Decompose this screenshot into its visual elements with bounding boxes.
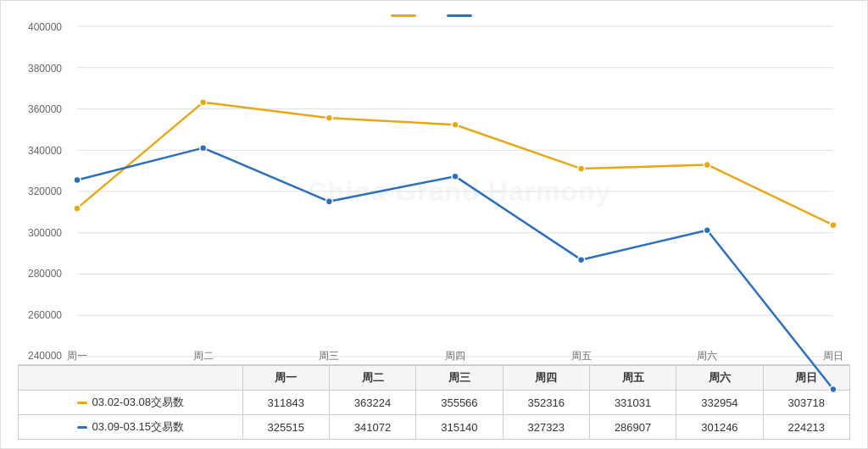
y-axis-label: 320000 [28,186,62,197]
svg-point-9 [74,205,81,212]
table-cell-series1: 352316 [503,391,589,415]
table-header-cell: 周日 [763,366,849,391]
table-header-cell: 周四 [503,366,589,391]
legend-item-series2 [447,14,477,17]
svg-point-17 [200,145,207,152]
table-label-series1-text: 03.02-03.08交易数 [92,395,184,410]
svg-point-14 [704,161,710,168]
table-label-series2-text: 03.09-03.15交易数 [92,419,184,435]
svg-point-11 [326,114,332,121]
svg-text:周四: 周四 [445,350,465,362]
table-label-series2: 03.09-03.15交易数 [19,415,243,440]
svg-point-20 [578,257,585,263]
data-table: 周一周二周三周四周五周六周日 03.02-03.08交易数31184336322… [18,365,850,440]
y-axis-label: 260000 [28,310,62,320]
svg-text:周一: 周一 [67,350,87,362]
table-header-cell: 周三 [416,366,503,391]
main-container: 4000003800003600003400003200003000002800… [0,0,868,449]
table-cell-series1: 331031 [589,391,676,415]
table-header-cell: 周一 [242,366,329,391]
y-axis-label: 300000 [28,228,62,238]
table-cell-series2: 301246 [676,415,763,440]
chart-area: 4000003800003600003400003200003000002800… [18,22,850,361]
y-axis-label: 360000 [28,104,62,114]
svg-text:周三: 周三 [319,350,339,362]
table-header-cell: 周二 [329,366,415,391]
table-cell-series1: 311843 [242,391,329,415]
svg-point-10 [200,99,207,106]
table-cell-series2: 327323 [503,415,589,440]
chart-plot: China Grand Harmony 周一周二周三周四周五周六周日 [69,22,850,361]
table-cell-series2: 325515 [242,415,329,440]
table-cell-series1: 363224 [329,391,415,415]
y-axis-label: 380000 [28,64,62,74]
table-cell-series1: 355566 [416,391,503,415]
table-row-series2: 03.09-03.15交易数32551534107231514032732328… [19,415,850,440]
table-cell-series1: 303718 [763,391,849,415]
svg-point-21 [704,227,710,234]
table-label-series1: 03.02-03.08交易数 [19,391,243,415]
table-section: 周一周二周三周四周五周六周日 03.02-03.08交易数31184336322… [18,364,850,440]
svg-point-13 [578,165,585,172]
y-axis-label: 400000 [28,22,62,32]
y-axis-label: 240000 [28,351,62,361]
table-cell-series2: 224213 [763,415,849,440]
svg-text:周五: 周五 [571,350,592,362]
table-row-series1: 03.02-03.08交易数31184336322435556635231633… [19,391,850,415]
table-header-cell [19,366,243,391]
legend [18,14,850,17]
svg-point-12 [452,121,459,128]
table-header-cell: 周五 [589,366,676,391]
table-cell-series2: 315140 [416,415,503,440]
legend-item-series1 [391,14,421,17]
table-header-cell: 周六 [676,366,763,391]
y-axis-label: 340000 [28,146,62,156]
legend-line-series1 [391,14,416,17]
y-axis: 4000003800003600003400003200003000002800… [18,22,69,361]
svg-text:周日: 周日 [823,350,843,362]
svg-point-15 [830,222,837,229]
legend-line-series2 [447,14,472,17]
svg-point-22 [830,385,837,392]
table-header-row: 周一周二周三周四周五周六周日 [19,366,850,391]
y-axis-label: 280000 [28,269,62,279]
svg-point-19 [452,173,459,180]
svg-point-16 [74,177,81,184]
svg-text:周六: 周六 [697,350,717,362]
svg-point-18 [326,198,332,205]
table-cell-series2: 286907 [589,415,676,440]
svg-text:周二: 周二 [193,350,214,362]
table-cell-series1: 332954 [676,391,763,415]
table-cell-series2: 341072 [329,415,415,440]
